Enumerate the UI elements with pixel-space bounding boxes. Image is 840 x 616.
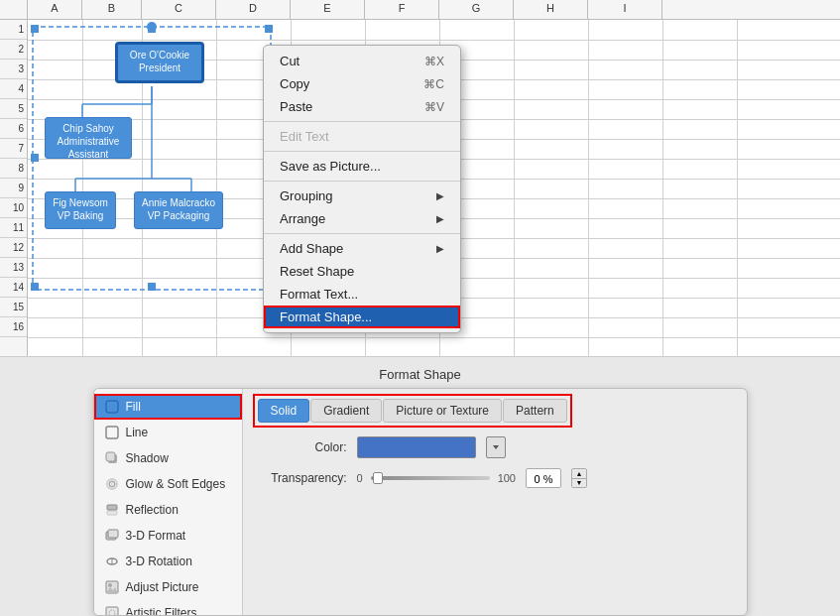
stepper-up-button[interactable]: ▲ bbox=[572, 469, 586, 479]
row-num-16[interactable]: 16 bbox=[0, 317, 27, 337]
col-header-a[interactable]: A bbox=[28, 0, 82, 19]
row-num-15[interactable]: 15 bbox=[0, 298, 27, 317]
col-header-i[interactable]: I bbox=[588, 0, 662, 19]
menu-item-edit-text[interactable]: Edit Text bbox=[264, 125, 460, 148]
sidebar-item-adjust-picture[interactable]: Adjust Picture bbox=[94, 574, 242, 600]
col-header-d[interactable]: D bbox=[216, 0, 291, 19]
row-num-1[interactable]: 1 bbox=[0, 20, 27, 40]
format-shape-dialog: Fill Line Shadow bbox=[93, 388, 748, 616]
menu-item-copy[interactable]: Copy ⌘C bbox=[264, 72, 460, 95]
shadow-icon bbox=[104, 450, 120, 466]
menu-item-cut[interactable]: Cut ⌘X bbox=[264, 50, 460, 72]
line-icon bbox=[104, 425, 120, 440]
row-num-6[interactable]: 6 bbox=[0, 119, 27, 139]
stepper-down-button[interactable]: ▼ bbox=[572, 479, 586, 488]
spreadsheet-area: A B C D E F G H I 1 2 3 4 5 6 7 8 9 10 1… bbox=[0, 0, 840, 357]
reflection-icon bbox=[104, 502, 120, 518]
color-swatch[interactable] bbox=[357, 436, 476, 458]
slider-thumb bbox=[373, 472, 383, 484]
menu-separator-4 bbox=[264, 233, 460, 234]
transparency-value[interactable]: 0 % bbox=[526, 468, 561, 488]
3d-format-icon bbox=[104, 528, 120, 544]
row-num-13[interactable]: 13 bbox=[0, 258, 27, 278]
sidebar-item-glow[interactable]: Glow & Soft Edges bbox=[94, 471, 242, 497]
svg-point-30 bbox=[108, 583, 112, 587]
col-header-g[interactable]: G bbox=[439, 0, 514, 19]
org-name-admin: Chip Sahoy bbox=[52, 122, 125, 135]
menu-separator-2 bbox=[264, 151, 460, 152]
menu-item-add-shape[interactable]: Add Shape ▶ bbox=[264, 237, 460, 260]
sidebar-item-3d-rotation[interactable]: 3-D Rotation bbox=[94, 549, 242, 574]
tab-solid[interactable]: Solid bbox=[258, 399, 310, 423]
col-header-f[interactable]: F bbox=[365, 0, 439, 19]
sidebar-item-artistic-filters[interactable]: Artistic Filters bbox=[94, 600, 242, 616]
row-num-9[interactable]: 9 bbox=[0, 179, 27, 198]
svg-marker-40 bbox=[493, 445, 499, 449]
tab-gradient[interactable]: Gradient bbox=[310, 399, 382, 423]
menu-item-reset-shape[interactable]: Reset Shape bbox=[264, 260, 460, 283]
svg-rect-26 bbox=[108, 530, 118, 538]
org-title-vp-baking: VP Baking bbox=[52, 209, 109, 222]
col-header-b[interactable]: B bbox=[82, 0, 142, 19]
row-num-8[interactable]: 8 bbox=[0, 159, 27, 179]
sidebar-item-3d-format[interactable]: 3-D Format bbox=[94, 523, 242, 549]
dialog-main-content: Solid Gradient Picture or Texture Patter… bbox=[243, 389, 747, 615]
org-name-president: Ore O'Cookie bbox=[124, 49, 195, 62]
sidebar-item-line[interactable]: Line bbox=[94, 420, 242, 445]
menu-item-grouping[interactable]: Grouping ▶ bbox=[264, 185, 460, 207]
org-box-president[interactable]: Ore O'Cookie President bbox=[116, 43, 203, 82]
row-num-14[interactable]: 14 bbox=[0, 278, 27, 298]
artistic-filters-icon bbox=[104, 605, 120, 616]
row-num-10[interactable]: 10 bbox=[0, 198, 27, 218]
color-dropdown-arrow[interactable] bbox=[486, 436, 506, 458]
sidebar-label-glow: Glow & Soft Edges bbox=[126, 477, 226, 491]
svg-rect-24 bbox=[107, 511, 117, 515]
menu-item-save-as-picture[interactable]: Save as Picture... bbox=[264, 155, 460, 178]
sidebar-item-shadow[interactable]: Shadow bbox=[94, 445, 242, 471]
sidebar-label-line: Line bbox=[126, 426, 149, 439]
row-numbers: 1 2 3 4 5 6 7 8 9 10 11 12 13 14 15 16 bbox=[0, 20, 28, 356]
org-box-vp-baking[interactable]: Fig Newsom VP Baking bbox=[45, 191, 116, 229]
menu-item-format-text[interactable]: Format Text... bbox=[264, 283, 460, 306]
sidebar-label-3d-format: 3-D Format bbox=[126, 529, 186, 543]
3d-rotation-icon bbox=[104, 554, 120, 569]
transparency-stepper[interactable]: ▲ ▼ bbox=[571, 468, 587, 488]
row-num-3[interactable]: 3 bbox=[0, 60, 27, 79]
row-num-12[interactable]: 12 bbox=[0, 238, 27, 258]
org-box-admin[interactable]: Chip Sahoy Administrative Assistant bbox=[45, 117, 132, 159]
svg-rect-17 bbox=[106, 401, 118, 413]
sidebar-label-shadow: Shadow bbox=[126, 451, 169, 465]
col-header-c[interactable]: C bbox=[142, 0, 216, 19]
col-header-e[interactable]: E bbox=[291, 0, 365, 19]
menu-item-format-shape[interactable]: Format Shape... bbox=[264, 306, 460, 328]
row-num-5[interactable]: 5 bbox=[0, 99, 27, 119]
sidebar-item-fill[interactable]: Fill bbox=[94, 394, 242, 420]
tab-pattern[interactable]: Pattern bbox=[503, 399, 567, 423]
adjust-picture-icon bbox=[104, 579, 120, 595]
glow-icon bbox=[104, 476, 120, 492]
svg-rect-18 bbox=[106, 427, 118, 438]
color-row: Color: bbox=[258, 436, 732, 458]
row-num-4[interactable]: 4 bbox=[0, 79, 27, 99]
menu-item-arrange[interactable]: Arrange ▶ bbox=[264, 207, 460, 230]
row-num-11[interactable]: 11 bbox=[0, 218, 27, 238]
col-header-h[interactable]: H bbox=[514, 0, 588, 19]
column-headers: A B C D E F G H I bbox=[0, 0, 840, 20]
svg-point-22 bbox=[109, 481, 115, 487]
fill-icon bbox=[104, 399, 120, 415]
row-num-2[interactable]: 2 bbox=[0, 40, 27, 60]
slider-container: 0 100 bbox=[357, 472, 516, 484]
transparency-slider[interactable] bbox=[371, 476, 490, 480]
sidebar-item-reflection[interactable]: Reflection bbox=[94, 497, 242, 523]
transparency-row: Transparency: 0 100 0 % ▲ ▼ bbox=[258, 468, 732, 488]
row-num-7[interactable]: 7 bbox=[0, 139, 27, 159]
bottom-section: Format Shape Fill Line bbox=[0, 357, 840, 616]
org-chart: Ore O'Cookie President Chip Sahoy Admini… bbox=[35, 25, 263, 322]
dialog-sidebar: Fill Line Shadow bbox=[94, 389, 243, 615]
menu-item-paste[interactable]: Paste ⌘V bbox=[264, 95, 460, 118]
org-box-vp-packaging[interactable]: Annie Malcracko VP Packaging bbox=[134, 191, 223, 229]
org-name-vp-packaging: Annie Malcracko bbox=[141, 196, 216, 209]
fill-tab-bar: Solid Gradient Picture or Texture Patter… bbox=[258, 399, 567, 423]
menu-separator-1 bbox=[264, 121, 460, 122]
tab-picture-texture[interactable]: Picture or Texture bbox=[383, 399, 502, 423]
